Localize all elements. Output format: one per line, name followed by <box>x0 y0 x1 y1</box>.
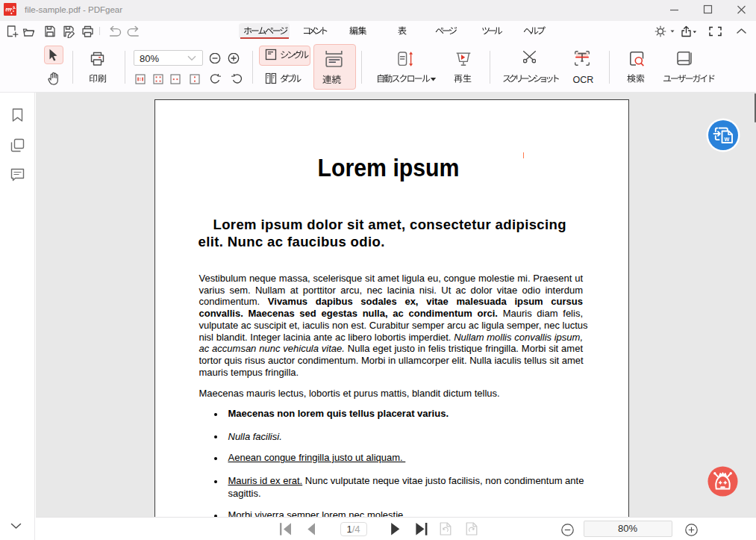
svg-text:w: w <box>723 135 729 143</box>
